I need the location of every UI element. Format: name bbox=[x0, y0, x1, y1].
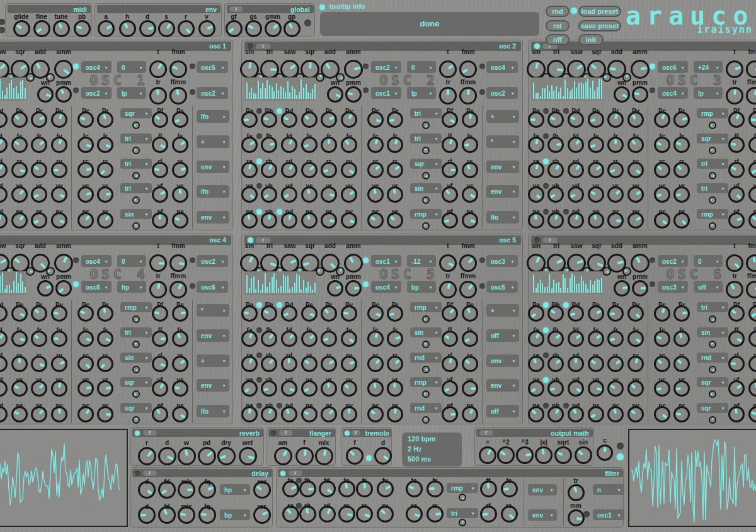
osc3-row3-mini-knob[interactable] bbox=[709, 172, 716, 179]
fm-source-dropdown[interactable]: osc5 bbox=[197, 61, 228, 73]
osc4-fs-lfo-knob[interactable] bbox=[172, 331, 188, 347]
osc6-row3-mini-knob[interactable] bbox=[709, 366, 716, 373]
osc6-row1-mini-knob[interactable] bbox=[709, 315, 716, 323]
osc1-rv-knob[interactable] bbox=[51, 162, 67, 178]
osc3-fv-knob[interactable] bbox=[627, 137, 644, 153]
env-s-knob[interactable] bbox=[158, 20, 175, 37]
filter-fs-pair-knob[interactable] bbox=[501, 480, 518, 497]
osc2-fr-chaos-knob[interactable] bbox=[387, 137, 403, 153]
osc5-fmm-knob[interactable] bbox=[459, 254, 477, 272]
osc5-pv-knob[interactable] bbox=[341, 406, 357, 422]
osc5-vs-lfo-knob[interactable] bbox=[462, 380, 478, 397]
osc4-pr-chaos-knob[interactable] bbox=[97, 406, 113, 422]
osc5-fv-knob[interactable] bbox=[341, 331, 357, 347]
osc5-rs-lfo-knob[interactable] bbox=[462, 356, 478, 372]
osc1-Pr-chaos-knob[interactable] bbox=[97, 111, 113, 128]
ffm-source-dropdown[interactable]: osc6 bbox=[197, 281, 228, 293]
tremolo-rnd-button[interactable]: r bbox=[351, 429, 361, 436]
mod-route-dropdown[interactable]: off bbox=[486, 329, 519, 342]
filter-lfo-dropdown[interactable]: tri bbox=[447, 508, 478, 518]
osc4-rs-lfo-knob[interactable] bbox=[172, 356, 188, 372]
outputmath-op5-knob[interactable] bbox=[554, 446, 572, 464]
am-route-dropdown[interactable]: osc6 bbox=[658, 61, 688, 73]
osc3-wn-knob[interactable] bbox=[614, 86, 630, 103]
mod-route-dropdown[interactable]: env bbox=[197, 211, 229, 224]
mod-route-dropdown[interactable]: env bbox=[197, 329, 229, 342]
global-gs-knob[interactable] bbox=[245, 20, 262, 37]
outputmath-op2-knob[interactable] bbox=[497, 446, 515, 464]
global-rnd-button[interactable]: r bbox=[229, 6, 244, 13]
osc6-pmm-knob[interactable] bbox=[632, 280, 648, 297]
reverb-rnd-button[interactable]: r bbox=[142, 429, 158, 436]
fine-knob[interactable] bbox=[33, 20, 50, 37]
filter-route-dropdown[interactable]: env bbox=[528, 509, 557, 521]
osc5-row3-mini-knob[interactable] bbox=[422, 366, 430, 373]
osc5-fr-chaos-knob[interactable] bbox=[387, 331, 403, 347]
flanger-am-knob[interactable] bbox=[274, 447, 292, 465]
delay-rnd-button[interactable]: r bbox=[142, 470, 158, 477]
reverb-pd-knob[interactable] bbox=[198, 447, 216, 465]
output-math-rnd-button[interactable]: r bbox=[479, 429, 494, 436]
osc1-row5-mini-knob[interactable] bbox=[132, 222, 140, 230]
mod-route-dropdown[interactable]: + bbox=[197, 354, 229, 367]
osc4-wn-knob[interactable] bbox=[37, 280, 54, 297]
osc5-Pr-chaos-knob[interactable] bbox=[387, 305, 403, 322]
osc1-Pv-knob[interactable] bbox=[51, 111, 67, 128]
osc6-vs-lfo-knob[interactable] bbox=[748, 380, 756, 397]
osc4-vv-knob[interactable] bbox=[51, 380, 67, 397]
osc4-Pr-chaos-knob[interactable] bbox=[97, 305, 113, 322]
osc5-row5-mini-knob[interactable] bbox=[422, 416, 430, 424]
osc3-pmm-knob[interactable] bbox=[632, 86, 648, 103]
mod-route-dropdown[interactable]: * bbox=[197, 304, 229, 317]
osc4-row3-mini-knob[interactable] bbox=[132, 366, 140, 373]
fm-source-dropdown[interactable]: osc2 bbox=[197, 255, 228, 267]
osc5-ffmm-knob[interactable] bbox=[459, 281, 477, 298]
outputmath-op1-knob[interactable] bbox=[479, 446, 496, 464]
glide-knob[interactable] bbox=[13, 20, 30, 37]
am-route-dropdown[interactable]: osc2 bbox=[371, 61, 401, 73]
osc5-Ps-lfo-knob[interactable] bbox=[462, 305, 478, 322]
osc2-rv-knob[interactable] bbox=[341, 162, 357, 178]
osc6-rv-knob[interactable] bbox=[627, 356, 644, 372]
osc2-Ps-lfo-knob[interactable] bbox=[462, 111, 478, 128]
delay-res-1-knob[interactable] bbox=[253, 481, 271, 499]
ffm-source-dropdown[interactable]: osc5 bbox=[486, 281, 518, 293]
env-r-knob[interactable] bbox=[178, 20, 195, 37]
osc6-tr-knob[interactable] bbox=[726, 281, 743, 298]
osc1-pr-chaos-knob[interactable] bbox=[97, 212, 113, 229]
osc3-row2-mini-knob[interactable] bbox=[709, 147, 716, 154]
osc1-pv-knob[interactable] bbox=[51, 212, 67, 229]
mod-route-dropdown[interactable]: off bbox=[486, 405, 519, 417]
osc2-rr-chaos-knob[interactable] bbox=[387, 162, 403, 178]
semitone-dropdown[interactable]: 0 bbox=[407, 61, 436, 73]
osc4-rr-chaos-knob[interactable] bbox=[97, 356, 113, 372]
osc2-rs-lfo-knob[interactable] bbox=[462, 162, 478, 178]
osc6-fv-knob[interactable] bbox=[627, 331, 644, 347]
osc1-rs-lfo-knob[interactable] bbox=[172, 162, 188, 178]
osc3-amm-knob[interactable] bbox=[631, 60, 650, 79]
delay-filter-dropdown[interactable]: hp bbox=[220, 484, 250, 495]
global-gf-knob[interactable] bbox=[226, 20, 243, 37]
osc4-ps-lfo-knob[interactable] bbox=[172, 406, 188, 422]
mod-route-dropdown[interactable]: env bbox=[197, 379, 229, 392]
filter-mini-1-knob[interactable] bbox=[459, 494, 466, 501]
semitone-dropdown[interactable]: 0 bbox=[117, 255, 146, 267]
osc1-ps-lfo-knob[interactable] bbox=[172, 212, 188, 229]
osc6-vr-chaos-knob[interactable] bbox=[673, 380, 690, 397]
mod-route-dropdown[interactable]: env bbox=[486, 161, 519, 173]
fm-source-dropdown[interactable]: osc3 bbox=[486, 255, 518, 267]
osc4-pv-knob[interactable] bbox=[51, 406, 67, 422]
osc1-pmm-knob[interactable] bbox=[55, 86, 72, 103]
tremolo-d-knob[interactable] bbox=[374, 447, 392, 465]
delay-fq-1-knob[interactable] bbox=[198, 481, 216, 499]
mod-route-dropdown[interactable]: * bbox=[486, 135, 519, 148]
osc3-ffmm-knob[interactable] bbox=[746, 87, 756, 105]
osc6-row4-mini-knob[interactable] bbox=[709, 390, 716, 398]
osc4-ffmm-knob[interactable] bbox=[169, 281, 187, 298]
mod-route-dropdown[interactable]: env bbox=[486, 354, 519, 367]
outputmath-op6-knob[interactable] bbox=[575, 446, 592, 464]
am-route-dropdown[interactable]: osc4 bbox=[81, 255, 112, 267]
delay-filter-dropdown[interactable]: bp bbox=[220, 509, 250, 520]
filter-type-dropdown[interactable]: lp bbox=[694, 87, 723, 99]
osc6-pr-chaos-knob[interactable] bbox=[673, 406, 690, 422]
